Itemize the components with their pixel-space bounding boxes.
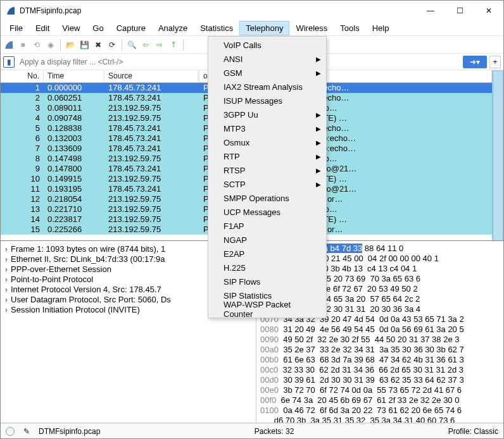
menu-item-e2ap[interactable]: E2AP — [208, 247, 326, 261]
close-button[interactable]: ✕ — [474, 1, 503, 21]
fin-icon — [4, 40, 13, 49]
menu-item-smpp-operations[interactable]: SMPP Operations — [208, 191, 326, 205]
menu-statistics[interactable]: Statistics — [194, 21, 239, 35]
submenu-arrow-icon: ▶ — [316, 167, 321, 174]
menu-item-mtp3[interactable]: MTP3▶ — [208, 121, 326, 135]
status-bar: ✎ DTMFsipinfo.pcap Packets: 32 Profile: … — [1, 423, 503, 438]
add-filter-button[interactable]: + — [489, 56, 501, 68]
open-icon[interactable]: 📂 — [65, 39, 76, 51]
status-profile[interactable]: Profile: Classic — [448, 427, 498, 436]
col-source[interactable]: Source — [104, 70, 198, 82]
status-packets-label: Packets: 32 — [255, 427, 294, 436]
stop-icon[interactable]: ■ — [17, 39, 28, 51]
submenu-arrow-icon: ▶ — [316, 111, 321, 118]
close-file-icon[interactable]: ✖ — [92, 39, 104, 51]
telephony-menu: VoIP CallsANSI▶GSM▶IAX2 Stream AnalysisI… — [208, 36, 327, 318]
maximize-button[interactable]: ☐ — [445, 1, 474, 21]
titlebar[interactable]: DTMFsipinfo.pcap — ☐ ✕ — [1, 1, 503, 21]
menu-capture[interactable]: Capture — [110, 21, 152, 35]
hex-row[interactable]: 00d0 30 39 61 2d 30 30 31 39 63 62 35 33… — [260, 375, 500, 385]
menu-item-rtp[interactable]: RTP▶ — [208, 149, 326, 163]
hex-row[interactable]: 00a0 35 2e 37 33 2e 32 34 31 3a 35 30 36… — [260, 345, 500, 355]
submenu-arrow-icon: ▶ — [316, 56, 321, 63]
expand-icon[interactable]: › — [2, 275, 11, 284]
menu-item-osmux[interactable]: Osmux▶ — [208, 135, 326, 149]
expand-icon[interactable]: › — [2, 295, 11, 304]
expand-icon[interactable]: › — [2, 244, 11, 254]
window-buttons: — ☐ ✕ — [416, 1, 503, 21]
menu-telephony[interactable]: Telephony — [239, 21, 289, 35]
submenu-arrow-icon: ▶ — [316, 125, 321, 132]
jump-icon[interactable]: ⤒ — [168, 39, 179, 51]
hex-row[interactable]: 00b0 61 6e 63 68 3d 7a 39 68 47 34 62 4b… — [260, 355, 500, 365]
app-window: DTMFsipinfo.pcap — ☐ ✕ FileEditViewGoCap… — [0, 0, 504, 439]
hex-row[interactable]: 00c0 32 33 30 62 2d 31 34 36 66 2d 65 30… — [260, 365, 500, 375]
menu-help[interactable]: Help — [366, 21, 396, 35]
reload-icon[interactable]: ⟳ — [106, 39, 118, 51]
menu-item-h-225[interactable]: H.225 — [208, 261, 326, 275]
hex-row[interactable]: 00f0 6e 74 3a 20 45 6b 69 67 61 2f 33 2e… — [260, 395, 500, 405]
menu-go[interactable]: Go — [86, 21, 110, 35]
capture-edit-icon[interactable]: ✎ — [23, 427, 30, 436]
submenu-arrow-icon: ▶ — [316, 139, 321, 146]
col-no[interactable]: No. — [1, 70, 44, 82]
options-icon[interactable]: ◉ — [45, 39, 56, 51]
menu-item-gsm[interactable]: GSM▶ — [208, 66, 326, 80]
hex-row[interactable]: 00e0 3b 72 70 6f 72 74 0d 0a 55 73 65 72… — [260, 385, 500, 395]
menubar: FileEditViewGoCaptureAnalyzeStatisticsTe… — [1, 21, 503, 36]
expand-icon[interactable]: › — [2, 285, 11, 294]
expand-icon[interactable]: › — [2, 305, 11, 314]
menu-tools[interactable]: Tools — [334, 21, 365, 35]
menu-item-sip-flows[interactable]: SIP Flows — [208, 275, 326, 288]
hex-row[interactable]: 0090 49 50 2f 32 2e 30 2f 55 44 50 20 31… — [260, 335, 500, 345]
hex-row[interactable]: d6 70 3b 3a 35 31 35 32 35 3a 34 31 40 6… — [260, 416, 500, 423]
menu-item-iax2-stream-analysis[interactable]: IAX2 Stream Analysis — [208, 80, 326, 94]
menu-item-wap-wsp-packet-counter[interactable]: WAP-WSP Packet Counter — [208, 302, 326, 316]
menu-analyze[interactable]: Analyze — [152, 21, 194, 35]
menu-file[interactable]: File — [3, 21, 29, 35]
expand-icon[interactable]: › — [2, 264, 11, 274]
hex-row[interactable]: 0080 31 20 49 4e 56 49 54 45 0d 0a 56 69… — [260, 325, 500, 335]
restart-icon[interactable]: ⟲ — [31, 39, 42, 51]
menu-item-rtsp[interactable]: RTSP▶ — [208, 163, 326, 177]
menu-item-ngap[interactable]: NGAP — [208, 233, 326, 247]
minimize-button[interactable]: — — [416, 1, 445, 21]
submenu-arrow-icon: ▶ — [316, 153, 321, 160]
menu-wireless[interactable]: Wireless — [289, 21, 334, 35]
menu-item-ucp-messages[interactable]: UCP Messages — [208, 205, 326, 219]
menu-item-f1ap[interactable]: F1AP — [208, 219, 326, 233]
expand-icon[interactable]: › — [2, 254, 11, 264]
separator — [183, 39, 184, 51]
hex-row[interactable]: 0100 0a 46 72 6f 6d 3a 20 22 73 61 62 20… — [260, 405, 500, 416]
submenu-arrow-icon: ▶ — [316, 70, 321, 77]
menu-edit[interactable]: Edit — [29, 21, 56, 35]
expert-info-icon[interactable] — [6, 427, 15, 436]
toolbar-icon[interactable] — [3, 39, 15, 51]
col-time[interactable]: Time — [44, 70, 104, 82]
save-icon[interactable]: 💾 — [79, 39, 90, 51]
menu-item-3gpp-uu[interactable]: 3GPP Uu▶ — [208, 108, 326, 121]
menu-item-isup-messages[interactable]: ISUP Messages — [208, 94, 326, 108]
find-icon[interactable]: 🔍 — [126, 39, 137, 51]
prev-icon[interactable]: ⇦ — [140, 39, 151, 51]
submenu-arrow-icon: ▶ — [316, 181, 321, 188]
next-icon[interactable]: ⇨ — [154, 39, 165, 51]
window-title: DTMFsipinfo.pcap — [20, 6, 416, 15]
menu-item-voip-calls[interactable]: VoIP Calls — [208, 38, 326, 52]
separator — [122, 39, 122, 51]
status-file: DTMFsipinfo.pcap — [39, 427, 100, 436]
wireshark-icon — [6, 6, 16, 16]
packet-list-scrollbar[interactable] — [492, 70, 503, 240]
apply-filter-button[interactable]: ➜▾ — [463, 56, 487, 68]
menu-item-sctp[interactable]: SCTP▶ — [208, 177, 326, 191]
bookmark-icon[interactable]: ▮ — [3, 56, 15, 68]
separator — [60, 39, 61, 51]
menu-item-ansi[interactable]: ANSI▶ — [208, 52, 326, 66]
menu-view[interactable]: View — [56, 21, 86, 35]
